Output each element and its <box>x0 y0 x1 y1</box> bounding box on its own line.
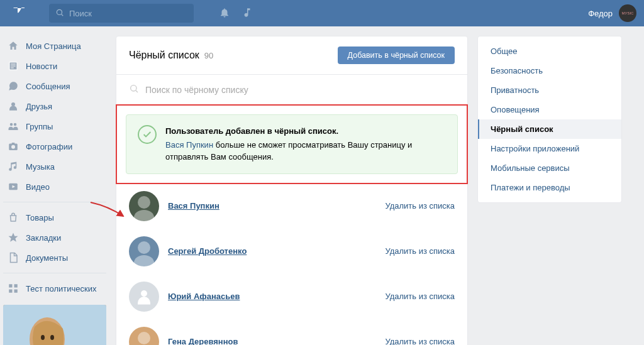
svg-line-1 <box>62 14 64 16</box>
blacklist-search-input[interactable] <box>145 85 455 95</box>
avatar[interactable] <box>129 236 159 266</box>
sidebar-item-label: Группы <box>26 122 53 131</box>
svg-point-0 <box>57 9 62 14</box>
blacklist-row: Гена ДеревянновУдалить из списка <box>116 319 467 346</box>
svg-rect-7 <box>12 143 15 144</box>
svg-rect-9 <box>9 284 12 287</box>
news-icon <box>7 60 19 72</box>
sidebar-item-label: Товары <box>26 213 54 222</box>
groups-icon <box>7 121 19 132</box>
remove-from-blacklist[interactable]: Удалить из списка <box>385 292 455 301</box>
panel-header: Чёрный список 90 Добавить в чёрный списо… <box>116 36 467 75</box>
sidebar-item-video[interactable]: Видео <box>3 177 106 197</box>
svg-point-4 <box>14 123 17 126</box>
user-menu[interactable]: Федор МУSIC <box>588 4 636 22</box>
blacklist-row: Юрий АфанасьевУдалить из списка <box>116 274 467 319</box>
svg-point-18 <box>131 85 136 91</box>
header-icons <box>219 7 253 20</box>
sidebar-item-label: Сообщения <box>26 82 70 91</box>
sidebar-item-groups[interactable]: Группы <box>3 116 106 136</box>
home-icon <box>7 40 19 52</box>
check-icon <box>138 125 157 144</box>
blacklist-search[interactable] <box>116 75 467 105</box>
sidebar-item-music[interactable]: Музыка <box>3 156 106 177</box>
svg-point-3 <box>10 123 13 126</box>
avatar[interactable] <box>129 282 159 312</box>
photo-icon <box>7 141 19 152</box>
search-icon <box>129 84 139 96</box>
sidebar-item-label: Закладки <box>26 233 61 243</box>
blacklist-row: Вася ПупкинУдалить из списка <box>116 183 467 229</box>
svg-point-21 <box>134 210 154 221</box>
svg-point-22 <box>138 241 150 254</box>
remove-from-blacklist[interactable]: Удалить из списка <box>385 201 455 211</box>
settings-tab[interactable]: Чёрный список <box>478 119 621 139</box>
sidebar-item-label: Фотографии <box>26 142 72 151</box>
profile-photo[interactable] <box>3 305 106 345</box>
avatar[interactable] <box>129 191 159 221</box>
user-name: Федор <box>588 9 613 18</box>
svg-point-16 <box>41 335 45 340</box>
settings-tab[interactable]: Приватность <box>478 80 621 100</box>
blacklist-user-link[interactable]: Гена Деревяннов <box>168 337 376 345</box>
blacklist-user-link[interactable]: Сергей Дроботенко <box>168 246 376 256</box>
bell-icon[interactable] <box>219 7 230 20</box>
notice-title: Пользователь добавлен в чёрный список. <box>165 125 446 138</box>
svg-point-17 <box>50 335 54 340</box>
success-notice: Пользователь добавлен в чёрный список. В… <box>126 114 458 174</box>
annotation-highlight: Пользователь добавлен в чёрный список. В… <box>116 104 468 184</box>
user-avatar: МУSIC <box>619 4 636 22</box>
notice-user-link[interactable]: Вася Пупкин <box>165 140 213 150</box>
music-icon <box>7 161 19 172</box>
remove-from-blacklist[interactable]: Удалить из списка <box>385 337 455 345</box>
blacklist-panel: Чёрный список 90 Добавить в чёрный списо… <box>116 36 468 345</box>
settings-tab[interactable]: Оповещения <box>478 100 621 119</box>
top-header: Федор МУSIC <box>0 0 644 26</box>
settings-tab[interactable]: Мобильные сервисы <box>478 158 621 178</box>
sidebar-item-home[interactable]: Моя Страница <box>3 36 106 56</box>
svg-rect-10 <box>14 284 18 287</box>
global-search-input[interactable] <box>69 9 187 18</box>
settings-tab[interactable]: Платежи и переводы <box>478 178 621 197</box>
avatar[interactable] <box>129 327 159 346</box>
friends-icon <box>7 101 19 112</box>
settings-tab[interactable]: Настройки приложений <box>478 139 621 158</box>
sidebar-item-photo[interactable]: Фотографии <box>3 136 106 156</box>
annotation-arrow <box>89 201 127 220</box>
search-icon <box>55 8 64 19</box>
star-icon <box>7 232 19 243</box>
settings-menu: ОбщееБезопасностьПриватностьОповещенияЧё… <box>477 36 622 203</box>
left-sidebar: Моя СтраницаНовостиСообщенияДрузьяГруппы… <box>3 36 106 345</box>
sidebar-item-label: Моя Страница <box>26 41 81 51</box>
sidebar-item-doc[interactable]: Документы <box>3 248 106 268</box>
svg-point-24 <box>141 290 147 297</box>
settings-tab[interactable]: Безопасность <box>478 61 621 80</box>
global-search[interactable] <box>49 4 194 23</box>
blacklist-row: Сергей ДроботенкоУдалить из списка <box>116 229 467 274</box>
bag-icon <box>7 212 19 223</box>
sidebar-item-label: Документы <box>26 253 68 263</box>
svg-rect-11 <box>9 290 12 293</box>
add-to-blacklist-button[interactable]: Добавить в чёрный список <box>338 47 455 64</box>
grid-icon <box>7 283 19 294</box>
blacklist-count: 90 <box>204 51 213 60</box>
svg-point-6 <box>11 145 15 149</box>
settings-tab[interactable]: Общее <box>478 41 621 61</box>
page-title: Чёрный список <box>129 50 199 61</box>
sidebar-item-label: Новости <box>26 62 57 71</box>
blacklist-user-link[interactable]: Вася Пупкин <box>168 201 376 211</box>
blacklist-user-link[interactable]: Юрий Афанасьев <box>168 292 376 301</box>
sidebar-item-chat[interactable]: Сообщения <box>3 76 106 96</box>
vk-logo[interactable] <box>9 5 25 21</box>
sidebar-item-news[interactable]: Новости <box>3 56 106 76</box>
sidebar-item-label: Видео <box>26 182 50 192</box>
sidebar-item-label: Тест политических <box>26 284 97 293</box>
svg-rect-12 <box>14 290 18 293</box>
music-icon[interactable] <box>242 7 253 20</box>
sidebar-item-star[interactable]: Закладки <box>3 227 106 248</box>
nav-divider <box>3 273 106 273</box>
sidebar-item-label: Друзья <box>26 102 52 111</box>
sidebar-item-friends[interactable]: Друзья <box>3 96 106 116</box>
sidebar-item-grid[interactable]: Тест политических <box>3 278 106 298</box>
remove-from-blacklist[interactable]: Удалить из списка <box>385 246 455 256</box>
